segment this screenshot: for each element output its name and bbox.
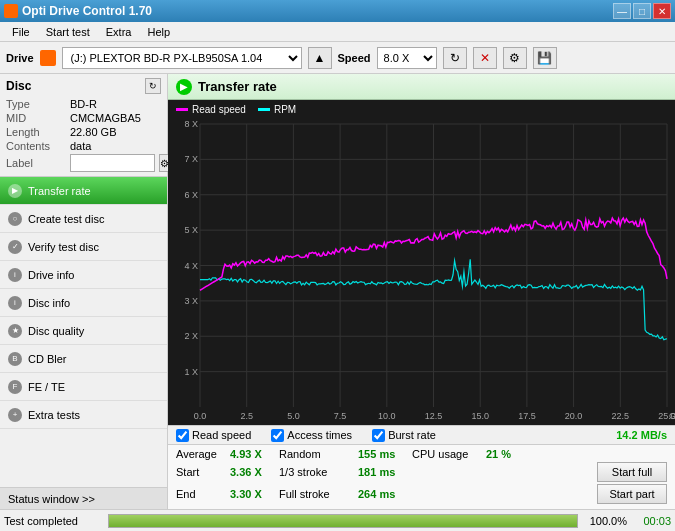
burst-rate-value: 14.2 MB/s <box>616 429 667 441</box>
access-times-check-text: Access times <box>287 429 352 441</box>
one-third-val: 181 ms <box>358 466 408 478</box>
right-panel: ▶ Transfer rate Read speed RPM Read spee… <box>168 74 675 509</box>
nav-create-label: Create test disc <box>28 213 104 225</box>
toolbar: Drive (J:) PLEXTOR BD-R PX-LB950SA 1.04 … <box>0 42 675 74</box>
minimize-button[interactable]: — <box>613 3 631 19</box>
rpm-color <box>258 108 270 111</box>
end-val: 3.30 X <box>230 488 275 500</box>
speed-label: Speed <box>338 52 371 64</box>
menu-extra[interactable]: Extra <box>98 24 140 40</box>
status-bar: Test completed 100.0% 00:03 <box>0 509 675 531</box>
label-label: Label <box>6 157 66 169</box>
drive-icon <box>40 50 56 66</box>
nav-disc-quality-label: Disc quality <box>28 325 84 337</box>
stats-row-end: End 3.30 X Full stroke 264 ms Start part <box>176 484 667 504</box>
full-stroke-val: 264 ms <box>358 488 408 500</box>
access-times-checkbox[interactable] <box>271 429 284 442</box>
nav-disc-info-label: Disc info <box>28 297 70 309</box>
access-times-check-label[interactable]: Access times <box>271 429 352 442</box>
start-full-btn[interactable]: Start full <box>597 462 667 482</box>
contents-label: Contents <box>6 140 66 152</box>
read-speed-check-label[interactable]: Read speed <box>176 429 251 442</box>
status-window-btn[interactable]: Status window >> <box>0 487 167 509</box>
menu-file[interactable]: File <box>4 24 38 40</box>
speed-select[interactable]: 8.0 X <box>377 47 437 69</box>
drive-label: Drive <box>6 52 34 64</box>
nav-verify-test-disc[interactable]: ✓ Verify test disc <box>0 233 167 261</box>
progress-time: 00:03 <box>631 515 671 527</box>
progress-pct: 100.0% <box>582 515 627 527</box>
menu-start-test[interactable]: Start test <box>38 24 98 40</box>
one-third-label: 1/3 stroke <box>279 466 354 478</box>
chart-controls: Read speed Access times Burst rate 14.2 … <box>168 425 675 445</box>
mid-label: MID <box>6 112 66 124</box>
refresh-button[interactable]: ↻ <box>443 47 467 69</box>
app-icon <box>4 4 18 18</box>
chart-canvas <box>168 118 675 425</box>
nav-extra-tests-label: Extra tests <box>28 409 80 421</box>
main-layout: Disc ↻ Type BD-R MID CMCMAGBA5 Length 22… <box>0 74 675 509</box>
disc-info-icon: i <box>8 296 22 310</box>
random-val: 155 ms <box>358 448 408 460</box>
stats-row-start: Start 3.36 X 1/3 stroke 181 ms Start ful… <box>176 462 667 482</box>
create-test-disc-icon: ○ <box>8 212 22 226</box>
contents-val: data <box>70 140 91 152</box>
nav-disc-quality[interactable]: ★ Disc quality <box>0 317 167 345</box>
read-speed-checkbox[interactable] <box>176 429 189 442</box>
mid-val: CMCMAGBA5 <box>70 112 141 124</box>
label-input[interactable] <box>70 154 155 172</box>
nav-extra-tests[interactable]: + Extra tests <box>0 401 167 429</box>
nav-fe-te-label: FE / TE <box>28 381 65 393</box>
nav-fe-te[interactable]: F FE / TE <box>0 373 167 401</box>
nav-transfer-rate[interactable]: ▶ Transfer rate <box>0 177 167 205</box>
read-speed-check-text: Read speed <box>192 429 251 441</box>
burst-rate-check-text: Burst rate <box>388 429 436 441</box>
nav-transfer-rate-label: Transfer rate <box>28 185 91 197</box>
nav-drive-info[interactable]: i Drive info <box>0 261 167 289</box>
legend-rpm: RPM <box>258 104 296 115</box>
type-val: BD-R <box>70 98 97 110</box>
start-part-btn[interactable]: Start part <box>597 484 667 504</box>
nav-verify-label: Verify test disc <box>28 241 99 253</box>
legend-read-speed: Read speed <box>176 104 246 115</box>
end-label: End <box>176 488 226 500</box>
verify-test-disc-icon: ✓ <box>8 240 22 254</box>
burst-rate-check-label[interactable]: Burst rate <box>372 429 436 442</box>
burst-rate-val: 14.2 MB/s <box>616 429 667 441</box>
burst-rate-checkbox[interactable] <box>372 429 385 442</box>
disc-section: Disc ↻ Type BD-R MID CMCMAGBA5 Length 22… <box>0 74 167 177</box>
start-label: Start <box>176 466 226 478</box>
drive-info-icon: i <box>8 268 22 282</box>
chart-area <box>168 118 675 425</box>
full-stroke-label: Full stroke <box>279 488 354 500</box>
drive-select[interactable]: (J:) PLEXTOR BD-R PX-LB950SA 1.04 <box>62 47 302 69</box>
chart-legend: Read speed RPM <box>168 100 675 118</box>
window-title: Opti Drive Control 1.70 <box>22 4 152 18</box>
cpu-usage-val: 21 % <box>486 448 526 460</box>
close-button[interactable]: ✕ <box>653 3 671 19</box>
read-speed-legend-label: Read speed <box>192 104 246 115</box>
maximize-button[interactable]: □ <box>633 3 651 19</box>
type-label: Type <box>6 98 66 110</box>
stats-area: Average 4.93 X Random 155 ms CPU usage 2… <box>168 445 675 509</box>
save-button[interactable]: 💾 <box>533 47 557 69</box>
disc-title: Disc <box>6 79 31 93</box>
start-val: 3.36 X <box>230 466 275 478</box>
length-val: 22.80 GB <box>70 126 116 138</box>
config-button[interactable]: ⚙ <box>503 47 527 69</box>
chart-title: Transfer rate <box>198 79 277 94</box>
cpu-usage-label: CPU usage <box>412 448 482 460</box>
disc-quality-icon: ★ <box>8 324 22 338</box>
menu-help[interactable]: Help <box>139 24 178 40</box>
eject-button[interactable]: ▲ <box>308 47 332 69</box>
nav-create-test-disc[interactable]: ○ Create test disc <box>0 205 167 233</box>
disc-refresh-btn[interactable]: ↻ <box>145 78 161 94</box>
extra-tests-icon: + <box>8 408 22 422</box>
transfer-rate-icon: ▶ <box>8 184 22 198</box>
nav-disc-info[interactable]: i Disc info <box>0 289 167 317</box>
fe-te-icon: F <box>8 380 22 394</box>
erase-button[interactable]: ✕ <box>473 47 497 69</box>
nav-cd-bler[interactable]: B CD Bler <box>0 345 167 373</box>
rpm-legend-label: RPM <box>274 104 296 115</box>
average-val: 4.93 X <box>230 448 275 460</box>
